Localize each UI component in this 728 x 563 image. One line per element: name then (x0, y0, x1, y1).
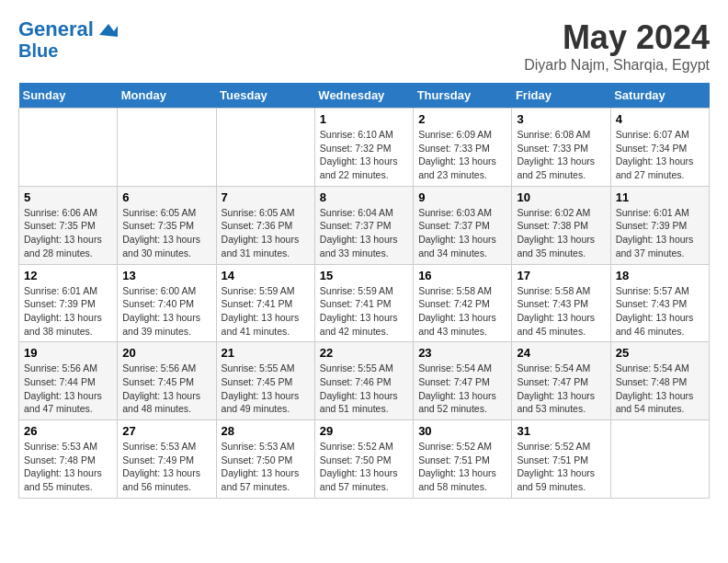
calendar-cell: 20Sunrise: 5:56 AM Sunset: 7:45 PM Dayli… (118, 342, 216, 420)
calendar-cell: 16Sunrise: 5:58 AM Sunset: 7:42 PM Dayli… (414, 264, 512, 342)
cell-info: Sunrise: 5:57 AM Sunset: 7:43 PM Dayligh… (616, 284, 704, 339)
cell-date: 6 (122, 190, 210, 204)
week-row-2: 5Sunrise: 6:06 AM Sunset: 7:35 PM Daylig… (19, 186, 710, 264)
cell-info: Sunrise: 5:59 AM Sunset: 7:41 PM Dayligh… (222, 284, 310, 339)
calendar-cell: 25Sunrise: 5:54 AM Sunset: 7:48 PM Dayli… (610, 342, 709, 420)
cell-date: 2 (418, 112, 506, 126)
cell-info: Sunrise: 6:04 AM Sunset: 7:37 PM Dayligh… (320, 206, 408, 260)
cell-info: Sunrise: 5:58 AM Sunset: 7:43 PM Dayligh… (517, 284, 605, 339)
calendar-cell: 4Sunrise: 6:07 AM Sunset: 7:34 PM Daylig… (610, 109, 709, 187)
cell-info: Sunrise: 6:02 AM Sunset: 7:38 PM Dayligh… (517, 206, 605, 260)
cell-info: Sunrise: 5:53 AM Sunset: 7:48 PM Dayligh… (24, 440, 112, 494)
cell-info: Sunrise: 6:03 AM Sunset: 7:37 PM Dayligh… (418, 206, 506, 260)
calendar-cell: 15Sunrise: 5:59 AM Sunset: 7:41 PM Dayli… (314, 264, 413, 342)
cell-date: 19 (24, 346, 112, 360)
cell-date: 10 (517, 190, 605, 204)
calendar-cell: 23Sunrise: 5:54 AM Sunset: 7:47 PM Dayli… (414, 342, 512, 420)
cell-info: Sunrise: 6:10 AM Sunset: 7:32 PM Dayligh… (320, 128, 408, 182)
day-header-saturday: Saturday (610, 83, 709, 109)
cell-info: Sunrise: 5:56 AM Sunset: 7:45 PM Dayligh… (122, 362, 210, 416)
week-row-4: 19Sunrise: 5:56 AM Sunset: 7:44 PM Dayli… (19, 342, 710, 420)
calendar-cell: 8Sunrise: 6:04 AM Sunset: 7:37 PM Daylig… (314, 186, 413, 264)
calendar-cell: 14Sunrise: 5:59 AM Sunset: 7:41 PM Dayli… (216, 264, 314, 342)
cell-info: Sunrise: 6:00 AM Sunset: 7:40 PM Dayligh… (122, 284, 210, 339)
cell-date: 22 (320, 346, 408, 360)
cell-info: Sunrise: 6:05 AM Sunset: 7:36 PM Dayligh… (222, 206, 310, 260)
cell-info: Sunrise: 5:58 AM Sunset: 7:42 PM Dayligh… (418, 284, 506, 339)
calendar-cell: 26Sunrise: 5:53 AM Sunset: 7:48 PM Dayli… (19, 420, 118, 499)
cell-info: Sunrise: 6:08 AM Sunset: 7:33 PM Dayligh… (517, 128, 605, 182)
cell-date: 28 (222, 424, 310, 438)
cell-date: 18 (616, 269, 704, 282)
cell-info: Sunrise: 6:01 AM Sunset: 7:39 PM Dayligh… (24, 284, 112, 339)
days-header-row: SundayMondayTuesdayWednesdayThursdayFrid… (19, 83, 710, 109)
cell-info: Sunrise: 5:54 AM Sunset: 7:48 PM Dayligh… (616, 362, 704, 416)
calendar-cell: 17Sunrise: 5:58 AM Sunset: 7:43 PM Dayli… (512, 264, 610, 342)
cell-date: 21 (222, 346, 310, 360)
cell-info: Sunrise: 5:52 AM Sunset: 7:51 PM Dayligh… (517, 440, 605, 494)
calendar-body: 1Sunrise: 6:10 AM Sunset: 7:32 PM Daylig… (19, 109, 710, 499)
cell-info: Sunrise: 5:54 AM Sunset: 7:47 PM Dayligh… (517, 362, 605, 416)
cell-date: 16 (418, 269, 506, 282)
cell-date: 25 (616, 346, 704, 360)
cell-date: 1 (320, 112, 408, 126)
cell-info: Sunrise: 5:52 AM Sunset: 7:51 PM Dayligh… (418, 440, 506, 494)
calendar-cell: 30Sunrise: 5:52 AM Sunset: 7:51 PM Dayli… (414, 420, 512, 499)
cell-info: Sunrise: 5:55 AM Sunset: 7:46 PM Dayligh… (320, 362, 408, 416)
cell-date: 7 (222, 190, 310, 204)
calendar-cell: 24Sunrise: 5:54 AM Sunset: 7:47 PM Dayli… (512, 342, 610, 420)
cell-date: 23 (418, 346, 506, 360)
day-header-tuesday: Tuesday (216, 83, 314, 109)
cell-date: 5 (24, 190, 112, 204)
day-header-wednesday: Wednesday (314, 83, 413, 109)
cell-date: 30 (418, 424, 506, 438)
calendar-cell: 27Sunrise: 5:53 AM Sunset: 7:49 PM Dayli… (118, 420, 216, 499)
calendar-cell: 1Sunrise: 6:10 AM Sunset: 7:32 PM Daylig… (314, 109, 413, 187)
cell-date: 12 (24, 269, 112, 282)
logo-blue: Blue (18, 40, 118, 61)
calendar-cell: 28Sunrise: 5:53 AM Sunset: 7:50 PM Dayli… (216, 420, 314, 499)
calendar-cell: 3Sunrise: 6:08 AM Sunset: 7:33 PM Daylig… (512, 109, 610, 187)
week-row-1: 1Sunrise: 6:10 AM Sunset: 7:32 PM Daylig… (19, 109, 710, 187)
cell-date: 14 (222, 269, 310, 282)
cell-date: 15 (320, 269, 408, 282)
cell-info: Sunrise: 5:55 AM Sunset: 7:45 PM Dayligh… (222, 362, 310, 416)
cell-info: Sunrise: 5:53 AM Sunset: 7:49 PM Dayligh… (122, 440, 210, 494)
cell-date: 17 (517, 269, 605, 282)
day-header-monday: Monday (118, 83, 216, 109)
calendar-cell: 9Sunrise: 6:03 AM Sunset: 7:37 PM Daylig… (414, 186, 512, 264)
calendar-cell (216, 109, 314, 187)
cell-info: Sunrise: 5:54 AM Sunset: 7:47 PM Dayligh… (418, 362, 506, 416)
calendar-cell: 12Sunrise: 6:01 AM Sunset: 7:39 PM Dayli… (19, 264, 118, 342)
calendar-cell (19, 109, 118, 187)
logo-text: General (18, 18, 94, 40)
cell-info: Sunrise: 6:01 AM Sunset: 7:39 PM Dayligh… (616, 206, 704, 260)
title-section: May 2024 Diyarb Najm, Sharqia, Egypt (524, 18, 710, 74)
calendar-cell: 11Sunrise: 6:01 AM Sunset: 7:39 PM Dayli… (610, 186, 709, 264)
cell-info: Sunrise: 5:52 AM Sunset: 7:50 PM Dayligh… (320, 440, 408, 494)
cell-info: Sunrise: 5:56 AM Sunset: 7:44 PM Dayligh… (24, 362, 112, 416)
calendar-cell: 29Sunrise: 5:52 AM Sunset: 7:50 PM Dayli… (314, 420, 413, 499)
calendar-cell (118, 109, 216, 187)
calendar-cell: 6Sunrise: 6:05 AM Sunset: 7:35 PM Daylig… (118, 186, 216, 264)
cell-date: 13 (122, 269, 210, 282)
cell-date: 24 (517, 346, 605, 360)
main-title: May 2024 (524, 18, 710, 57)
cell-date: 4 (616, 112, 704, 126)
cell-date: 3 (517, 112, 605, 126)
logo: General Blue (18, 18, 118, 61)
cell-date: 26 (24, 424, 112, 438)
week-row-5: 26Sunrise: 5:53 AM Sunset: 7:48 PM Dayli… (19, 420, 710, 499)
calendar-cell: 31Sunrise: 5:52 AM Sunset: 7:51 PM Dayli… (512, 420, 610, 499)
day-header-friday: Friday (512, 83, 610, 109)
week-row-3: 12Sunrise: 6:01 AM Sunset: 7:39 PM Dayli… (19, 264, 710, 342)
cell-date: 27 (122, 424, 210, 438)
cell-info: Sunrise: 6:06 AM Sunset: 7:35 PM Dayligh… (24, 206, 112, 260)
calendar-cell: 2Sunrise: 6:09 AM Sunset: 7:33 PM Daylig… (414, 109, 512, 187)
cell-date: 29 (320, 424, 408, 438)
day-header-sunday: Sunday (19, 83, 118, 109)
calendar-cell: 7Sunrise: 6:05 AM Sunset: 7:36 PM Daylig… (216, 186, 314, 264)
cell-date: 20 (122, 346, 210, 360)
cell-info: Sunrise: 6:09 AM Sunset: 7:33 PM Dayligh… (418, 128, 506, 182)
cell-info: Sunrise: 6:05 AM Sunset: 7:35 PM Dayligh… (122, 206, 210, 260)
